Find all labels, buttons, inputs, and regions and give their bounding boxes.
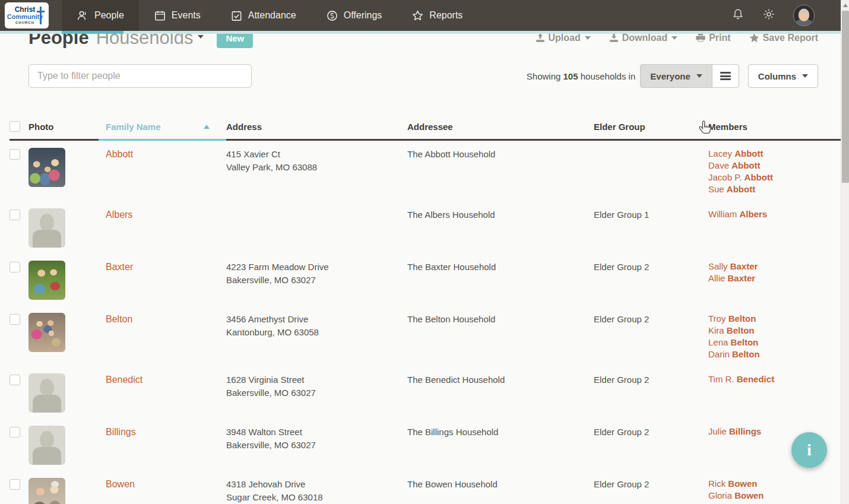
member-link[interactable]: Jacob P. Abbott: [708, 172, 841, 183]
hamburger-icon: [720, 72, 731, 80]
households-table-body: Abbott 415 Xavier Ct Valley Park, MO 630…: [0, 141, 849, 504]
select-all-checkbox[interactable]: [9, 121, 20, 132]
members-cell: Troy BeltonKira BeltonLena BeltonDarin B…: [708, 313, 841, 360]
list-options-button[interactable]: [712, 64, 739, 88]
download-button[interactable]: Download: [609, 33, 677, 43]
household-photo[interactable]: [28, 373, 65, 413]
family-name-link[interactable]: Billings: [106, 427, 136, 437]
member-link[interactable]: Darin Belton: [708, 348, 841, 360]
nav-tab-label: Offerings: [344, 10, 382, 21]
household-photo[interactable]: [28, 313, 65, 352]
settings-menu[interactable]: [760, 4, 786, 27]
column-header-elder-group[interactable]: Elder Group: [594, 122, 708, 132]
elder-group-cell: Elder Group 1: [594, 208, 708, 221]
vertical-scrollbar[interactable]: [841, 0, 849, 504]
member-link[interactable]: Rick Bowen: [708, 478, 841, 490]
row-checkbox[interactable]: [9, 262, 20, 272]
households-table: Photo Family Name Address Addressee Elde…: [0, 120, 849, 504]
member-link[interactable]: Sally Baxter: [708, 261, 841, 272]
member-link[interactable]: Kira Belton: [708, 325, 841, 337]
member-link[interactable]: Julie Billings: [708, 426, 841, 438]
row-checkbox[interactable]: [9, 210, 20, 220]
family-name-link[interactable]: Baxter: [106, 262, 133, 272]
church-logo[interactable]: Christ Community CHURCH: [5, 2, 49, 28]
family-name-link[interactable]: Bowen: [106, 479, 135, 489]
members-cell: Tim R. Benedict: [708, 373, 841, 385]
info-button[interactable]: i: [791, 432, 827, 468]
chevron-down-icon: [671, 36, 677, 40]
print-button[interactable]: Print: [695, 33, 730, 43]
notifications-menu[interactable]: [729, 4, 755, 27]
row-checkbox[interactable]: [9, 375, 20, 385]
addressee-cell: The Benedict Household: [407, 373, 594, 386]
upload-button[interactable]: Upload: [535, 33, 591, 43]
table-row: Billings 3948 Walton Street Bakersville,…: [9, 419, 841, 471]
column-header-addressee[interactable]: Addressee: [407, 122, 594, 132]
topbar-right-controls: [729, 0, 841, 31]
scope-dropdown-everyone[interactable]: Everyone: [640, 64, 712, 88]
address-line1: 4223 Farm Meadow Drive: [226, 261, 407, 274]
member-link[interactable]: Tim R. Benedict: [708, 373, 841, 385]
member-link[interactable]: Allie Baxter: [708, 272, 841, 284]
members-cell: Rick BowenGloria Bowen: [708, 478, 841, 502]
star-icon: [749, 33, 760, 44]
column-header-members[interactable]: Members: [708, 122, 841, 132]
nav-tab-reports[interactable]: Reports: [397, 0, 477, 31]
column-header-photo[interactable]: Photo: [28, 122, 106, 132]
household-photo[interactable]: [28, 148, 65, 187]
members-cell: Lacey AbbottDave AbbottJacob P. AbbottSu…: [708, 148, 841, 195]
family-name-link[interactable]: Abbott: [106, 149, 133, 159]
scrollbar-thumb[interactable]: [842, 11, 849, 183]
column-header-family-name[interactable]: Family Name: [106, 122, 226, 132]
table-row: Belton 3456 Amethyst Drive Kantonburg, M…: [9, 306, 841, 366]
member-link[interactable]: Gloria Bowen: [708, 490, 841, 502]
logo-text-line3: CHURCH: [15, 20, 34, 25]
member-link[interactable]: Sue Abbott: [708, 183, 841, 195]
nav-tab-offerings[interactable]: Offerings: [311, 0, 397, 31]
row-checkbox[interactable]: [9, 427, 20, 438]
showing-count-text: Showing 105 households in: [527, 71, 636, 81]
members-cell: Julie Billings: [708, 426, 841, 438]
member-link[interactable]: Troy Belton: [708, 313, 841, 325]
address-line1: 415 Xavier Ct: [226, 148, 407, 161]
table-row: Bowen 4318 Jehovah Drive Sugar Creek, MO…: [9, 471, 841, 504]
member-link[interactable]: Lacey Abbott: [708, 148, 841, 160]
save-report-button[interactable]: Save Report: [749, 33, 818, 44]
family-name-link[interactable]: Albers: [106, 210, 132, 220]
household-photo[interactable]: [28, 261, 65, 300]
row-checkbox[interactable]: [9, 479, 20, 490]
household-photo[interactable]: [28, 208, 65, 248]
address-line2: Kantonburg, MO 63058: [226, 326, 407, 339]
household-photo[interactable]: [28, 478, 65, 504]
scroll-up-arrow-icon[interactable]: [843, 4, 848, 7]
household-photo[interactable]: [28, 426, 65, 465]
addressee-cell: The Billings Household: [407, 426, 594, 439]
top-nav-bar: Christ Community CHURCH People Eve: [0, 0, 841, 31]
download-icon: [609, 33, 619, 43]
column-header-address[interactable]: Address: [226, 122, 407, 132]
chevron-down-icon: [802, 74, 808, 78]
addressee-cell: The Albers Household: [407, 208, 594, 221]
nav-tab-attendance[interactable]: Attendance: [216, 0, 311, 31]
search-input[interactable]: [28, 64, 252, 88]
address-cell: 1628 Virginia Street Bakersville, MO 630…: [226, 373, 407, 400]
member-link[interactable]: Lena Belton: [708, 337, 841, 348]
member-link[interactable]: Dave Abbott: [708, 160, 841, 172]
filter-bar: Showing 105 households in Everyone Colum…: [28, 64, 818, 88]
chevron-down-icon[interactable]: [198, 35, 204, 39]
elder-group-cell: Elder Group 2: [594, 426, 708, 439]
nav-tab-people[interactable]: People: [62, 0, 139, 31]
member-link[interactable]: William Albers: [708, 208, 841, 220]
nav-tab-events[interactable]: Events: [139, 0, 216, 31]
addressee-cell: The Belton Household: [407, 313, 594, 326]
sorted-column-underline: [99, 139, 226, 141]
clipboard-check-icon: [230, 9, 243, 22]
address-cell: 415 Xavier Ct Valley Park, MO 63088: [226, 148, 407, 174]
profile-menu[interactable]: [791, 1, 825, 30]
family-name-link[interactable]: Benedict: [106, 375, 142, 385]
columns-dropdown[interactable]: Columns: [748, 64, 818, 88]
row-checkbox[interactable]: [9, 314, 20, 325]
address-line1: 3948 Walton Street: [226, 426, 407, 439]
row-checkbox[interactable]: [9, 149, 20, 160]
family-name-link[interactable]: Belton: [106, 314, 132, 324]
